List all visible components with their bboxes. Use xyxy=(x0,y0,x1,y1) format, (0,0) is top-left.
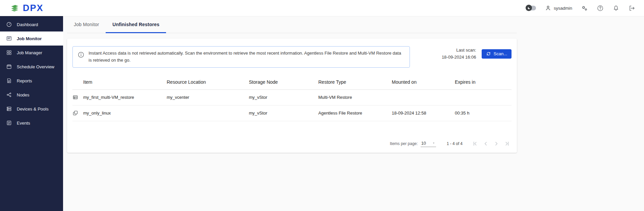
sidebar-item-label: Nodes xyxy=(17,92,30,97)
sidebar-item-job-monitor[interactable]: Job Monitor xyxy=(0,31,63,46)
first-page-button[interactable] xyxy=(471,139,479,148)
app-header: DPX sysadmin xyxy=(0,0,644,16)
column-header-item: Item xyxy=(83,79,167,85)
column-header-expires-in: Expires in xyxy=(455,79,512,85)
reports-icon xyxy=(6,78,12,84)
last-page-icon xyxy=(504,141,510,147)
dpx-logo-icon xyxy=(10,3,19,13)
logout-icon xyxy=(628,5,635,12)
sidebar-item-label: Reports xyxy=(17,78,32,83)
sidebar-item-reports[interactable]: Reports xyxy=(0,74,63,88)
sidebar-item-devices-pools[interactable]: Devices & Pools xyxy=(0,102,63,116)
column-header-mounted-on: Mounted on xyxy=(392,79,455,85)
main-area: Job Monitor Unfinished Restores Instant … xyxy=(63,16,644,211)
table-header-row: Item Resource Location Storage Node Rest… xyxy=(72,75,512,90)
scan-area: Last scan: 18-09-2024 16:06 Scan... xyxy=(442,47,512,61)
devices-pools-icon xyxy=(6,106,12,112)
restores-table: Item Resource Location Storage Node Rest… xyxy=(72,75,512,121)
job-manager-icon xyxy=(6,50,12,56)
user-icon xyxy=(545,5,551,11)
tab-label: Job Monitor xyxy=(74,22,99,27)
sidebar-item-label: Schedule Overview xyxy=(17,64,54,69)
cell-restore-type: Multi-VM Restore xyxy=(318,95,392,100)
theme-toggle[interactable] xyxy=(526,6,536,10)
cell-mounted-on: 18-09-2024 12:58 xyxy=(392,111,455,116)
items-per-page-value: 10 xyxy=(421,141,426,146)
events-icon xyxy=(6,120,12,126)
items-per-page-select[interactable]: 10 xyxy=(421,141,436,147)
pagination-range: 1 - 4 of 4 xyxy=(447,141,463,146)
previous-page-button[interactable] xyxy=(481,139,490,148)
chevron-left-icon xyxy=(483,141,489,147)
row-icon-cell xyxy=(72,110,83,116)
column-header-resource-location: Resource Location xyxy=(167,79,249,85)
tab-bar: Job Monitor Unfinished Restores xyxy=(67,16,517,33)
multi-vm-restore-icon xyxy=(72,94,78,100)
sidebar-item-job-manager[interactable]: Job Manager xyxy=(0,46,63,60)
last-scan: Last scan: 18-09-2024 16:06 xyxy=(442,47,476,61)
moon-icon xyxy=(526,5,532,11)
column-header-storage-node: Storage Node xyxy=(249,79,318,85)
cell-expires-in: 00:35 h xyxy=(455,111,512,116)
sync-icon xyxy=(486,51,491,56)
info-icon xyxy=(77,51,85,58)
info-alert: Instant Access data is not retrieved aut… xyxy=(72,46,410,68)
logout-button[interactable] xyxy=(628,5,635,12)
last-scan-label: Last scan: xyxy=(442,47,476,54)
scan-button-label: Scan... xyxy=(494,51,507,56)
moon-glyph xyxy=(527,6,531,10)
next-page-button[interactable] xyxy=(492,139,501,148)
dashboard-icon xyxy=(6,21,12,27)
cell-item: my_first_multi-VM_restore xyxy=(83,95,167,100)
cell-storage-node: my_vStor xyxy=(249,95,318,100)
user-menu[interactable]: sysadmin xyxy=(545,5,572,11)
last-page-button[interactable] xyxy=(503,139,512,148)
cell-resource-location: my_vcenter xyxy=(167,95,249,100)
cell-item: my_only_linux xyxy=(83,111,167,116)
header-actions: sysadmin xyxy=(526,5,635,12)
notifications-button[interactable] xyxy=(612,5,620,12)
tab-unfinished-restores[interactable]: Unfinished Restores xyxy=(106,16,166,33)
column-header-restore-type: Restore Type xyxy=(318,79,392,85)
table-row[interactable]: my_only_linux my_vStor Agentless File Re… xyxy=(72,105,512,121)
chevron-down-icon xyxy=(432,141,435,145)
job-monitor-icon xyxy=(6,36,12,42)
cell-mounted-on: Agentless File Restore xyxy=(318,111,392,116)
tab-job-monitor[interactable]: Job Monitor xyxy=(67,16,106,33)
tab-label: Unfinished Restores xyxy=(112,22,159,27)
gears-icon xyxy=(581,5,588,12)
help-icon xyxy=(597,5,604,12)
chevron-right-icon xyxy=(493,141,499,147)
sidebar: Dashboard Job Monitor Job Manager Schedu… xyxy=(0,16,63,211)
unfinished-restores-panel: Instant Access data is not retrieved aut… xyxy=(67,39,517,153)
logo-text: DPX xyxy=(23,3,44,13)
sidebar-item-label: Events xyxy=(17,121,30,126)
settings-button[interactable] xyxy=(581,5,588,12)
sidebar-item-dashboard[interactable]: Dashboard xyxy=(0,17,63,31)
sidebar-item-events[interactable]: Events xyxy=(0,116,63,130)
items-per-page-label: Items per page: xyxy=(390,141,418,146)
help-button[interactable] xyxy=(597,5,604,12)
scan-button[interactable]: Scan... xyxy=(482,49,512,59)
nodes-icon xyxy=(6,92,12,98)
last-scan-value: 18-09-2024 16:06 xyxy=(442,54,476,61)
schedule-icon xyxy=(6,64,12,70)
cell-storage-node: my_vStor xyxy=(249,111,318,116)
pagination: Items per page: 10 1 - 4 of 4 xyxy=(72,137,512,150)
sidebar-item-schedule-overview[interactable]: Schedule Overview xyxy=(0,60,63,74)
info-alert-text: Instant Access data is not retrieved aut… xyxy=(89,50,402,64)
username-label: sysadmin xyxy=(554,6,572,11)
sidebar-item-label: Devices & Pools xyxy=(17,107,49,112)
sidebar-item-label: Dashboard xyxy=(17,22,38,27)
dpx-logo: DPX xyxy=(10,3,44,13)
table-row[interactable]: my_first_multi-VM_restore my_vcenter my_… xyxy=(72,90,512,105)
sidebar-item-nodes[interactable]: Nodes xyxy=(0,88,63,102)
agentless-file-restore-icon xyxy=(72,110,78,116)
row-icon-cell xyxy=(72,94,83,100)
sidebar-item-label: Job Monitor xyxy=(17,36,42,41)
first-page-icon xyxy=(472,141,478,147)
sidebar-item-label: Job Manager xyxy=(17,50,42,55)
bell-icon xyxy=(612,5,620,12)
